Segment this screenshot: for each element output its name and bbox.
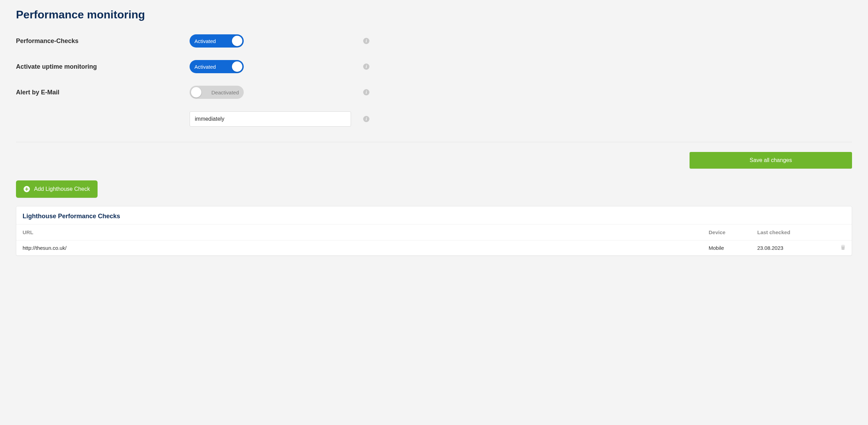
page-title: Performance monitoring	[16, 8, 852, 21]
info-icon[interactable]: i	[363, 89, 369, 95]
performance-checks-label: Performance-Checks	[16, 37, 190, 45]
cell-last-checked: 23.08.2023	[751, 240, 834, 256]
cell-url: http://thesun.co.uk/	[16, 240, 702, 256]
info-icon[interactable]: i	[363, 38, 369, 44]
toggle-knob	[232, 36, 242, 46]
performance-checks-toggle-label: Activated	[194, 38, 216, 44]
save-button[interactable]: Save all changes	[690, 152, 852, 169]
trash-icon	[841, 245, 845, 250]
uptime-monitoring-toggle-label: Activated	[194, 64, 216, 70]
add-lighthouse-check-label: Add Lighthouse Check	[34, 186, 90, 192]
col-header-device: Device	[702, 224, 751, 240]
col-header-url: URL	[16, 224, 702, 240]
add-lighthouse-check-button[interactable]: Add Lighthouse Check	[16, 180, 98, 198]
alert-email-toggle[interactable]: Deactivated	[190, 86, 244, 99]
table-row: http://thesun.co.uk/ Mobile 23.08.2023	[16, 240, 852, 256]
alert-email-toggle-label: Deactivated	[211, 90, 239, 95]
lighthouse-checks-table: URL Device Last checked http://thesun.co…	[16, 224, 852, 255]
divider	[16, 142, 852, 142]
info-icon[interactable]: i	[363, 116, 369, 122]
alert-interval-select[interactable]: immediately	[190, 111, 351, 127]
lighthouse-checks-card: Lighthouse Performance Checks URL Device…	[16, 206, 852, 256]
uptime-monitoring-toggle[interactable]: Activated	[190, 60, 244, 73]
toggle-knob	[191, 87, 201, 97]
cell-device: Mobile	[702, 240, 751, 256]
info-icon[interactable]: i	[363, 63, 369, 70]
performance-checks-toggle[interactable]: Activated	[190, 34, 244, 48]
alert-email-label: Alert by E-Mail	[16, 89, 190, 96]
lighthouse-checks-title: Lighthouse Performance Checks	[16, 206, 852, 224]
uptime-monitoring-label: Activate uptime monitoring	[16, 63, 190, 70]
col-header-last-checked: Last checked	[751, 224, 834, 240]
alert-interval-value: immediately	[195, 116, 224, 122]
toggle-knob	[232, 61, 242, 72]
delete-row-button[interactable]	[841, 245, 845, 250]
plus-circle-icon	[24, 186, 30, 192]
col-header-actions	[834, 224, 852, 240]
